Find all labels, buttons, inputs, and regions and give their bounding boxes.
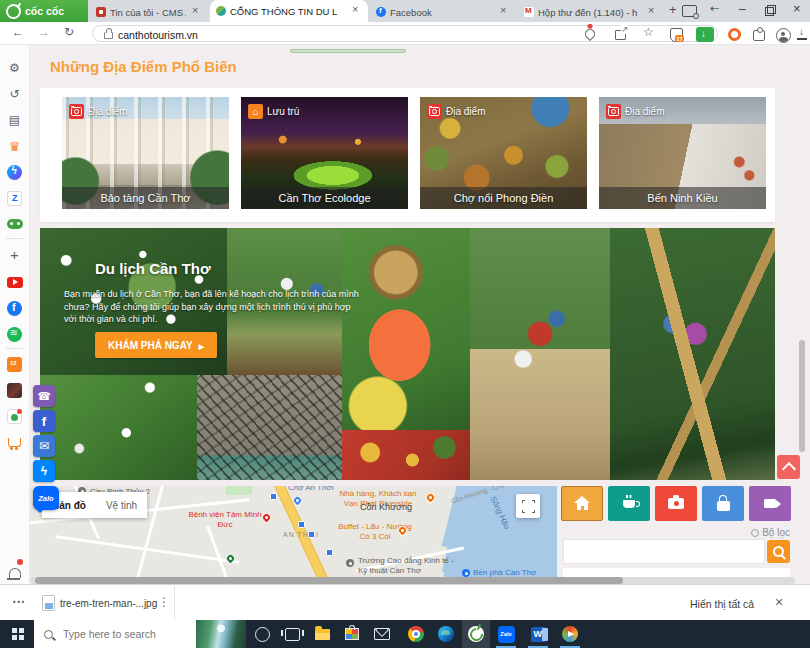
google-map[interactable]: Cầu Bình Thủy 2 Chợ An Thới Nhà hàng, Kh… — [30, 486, 557, 577]
sidebar-messenger[interactable] — [0, 161, 29, 183]
category-food-button[interactable] — [608, 486, 650, 521]
cortana-button[interactable] — [248, 620, 276, 648]
new-tab-button[interactable] — [666, 3, 682, 19]
tab-facebook[interactable]: Facebook — [370, 2, 516, 22]
profile-icon[interactable] — [776, 28, 791, 43]
sidebar-games[interactable] — [0, 213, 29, 235]
messenger-chat-icon[interactable] — [33, 460, 55, 482]
restaurant-pin-icon[interactable] — [424, 491, 437, 504]
chrome-button[interactable] — [402, 620, 430, 648]
edge-button[interactable] — [432, 620, 460, 648]
sidebar-vip[interactable] — [0, 135, 29, 157]
taskbar-search-input[interactable] — [61, 627, 196, 641]
map-label[interactable]: Trường Cao đẳng Kinh tế - Kỹ thuật Cần T… — [358, 556, 460, 575]
downloads-tray-icon[interactable] — [797, 27, 808, 40]
reload-icon[interactable] — [64, 25, 74, 39]
viber-icon[interactable] — [33, 385, 55, 407]
tab-close-icon[interactable] — [190, 6, 202, 18]
minimize-button[interactable] — [734, 1, 752, 19]
facebook-share-icon[interactable] — [33, 410, 55, 432]
sidebar-shop-app[interactable] — [0, 431, 29, 453]
file-menu-icon[interactable] — [158, 595, 170, 609]
file-explorer-button[interactable] — [308, 620, 336, 648]
zalo-chat-button[interactable]: Zalo — [33, 486, 59, 510]
tab-cms-admin[interactable]: Tin của tôi - CMS Admin — [90, 2, 208, 22]
url-text[interactable]: canthotourism.vn — [118, 29, 198, 41]
card-cho-noi-phong-dien[interactable]: Địa điểm Chợ nổi Phong Điền — [420, 97, 587, 209]
school-poi-icon[interactable] — [346, 559, 354, 567]
sidebar-photos-app[interactable] — [0, 379, 29, 401]
bus-stop-icon[interactable] — [326, 549, 333, 556]
bus-stop-icon[interactable] — [298, 521, 305, 528]
sidebar-zalo[interactable] — [0, 187, 29, 209]
back-to-top-button[interactable] — [777, 455, 800, 479]
share-icon[interactable] — [615, 30, 626, 40]
media-player-button[interactable] — [556, 620, 584, 648]
tab-close-icon[interactable] — [350, 5, 362, 17]
sidebar-newsfeed[interactable] — [0, 109, 29, 131]
download-bar-close-icon[interactable] — [775, 594, 783, 610]
recent-tabs-icon[interactable] — [710, 2, 719, 15]
vertical-scrollbar[interactable] — [799, 340, 805, 452]
show-all-downloads-link[interactable]: Hiển thị tất cả — [690, 598, 754, 610]
bus-stop-icon[interactable] — [270, 493, 277, 500]
coccoc-rewards-icon[interactable] — [728, 28, 741, 41]
filter-radio[interactable] — [751, 529, 759, 537]
sidebar-spotify[interactable] — [0, 323, 29, 345]
taskbar-search[interactable] — [34, 620, 246, 648]
close-button[interactable] — [789, 1, 807, 19]
site-search-input[interactable] — [563, 539, 765, 564]
card-can-tho-ecolodge[interactable]: Lưu trú Cần Thơ Ecolodge — [241, 97, 408, 209]
map-fullscreen-button[interactable] — [516, 494, 540, 518]
sidebar-overflow-icon[interactable] — [12, 594, 25, 609]
microsoft-store-button[interactable] — [338, 620, 366, 648]
ferry-poi-icon[interactable] — [462, 569, 470, 577]
category-home-button[interactable] — [561, 486, 603, 521]
tab-tourism-portal[interactable]: CỔNG THÔNG TIN DU L — [210, 0, 368, 22]
bus-stop-icon[interactable] — [308, 531, 315, 538]
sidebar-settings[interactable] — [0, 57, 29, 79]
sidebar-history[interactable] — [0, 83, 29, 105]
downloaded-file-name[interactable]: tre-em-tren-man-...jpg — [60, 598, 157, 609]
map-type-satellite-button[interactable]: Vệ tinh — [96, 492, 147, 518]
filter-label[interactable]: Bộ lọc — [762, 527, 790, 538]
card-bao-tang-can-tho[interactable]: Địa điểm Bảo tàng Cần Thơ — [62, 97, 229, 209]
map-label[interactable]: Bệnh viện Tâm Minh Đức — [188, 510, 262, 529]
tab-close-icon[interactable] — [646, 6, 658, 18]
category-sights-button[interactable] — [655, 486, 697, 521]
forward-icon[interactable] — [38, 25, 50, 39]
tab-close-icon[interactable] — [498, 6, 510, 18]
mail-button[interactable] — [368, 620, 396, 648]
map-label[interactable]: Bến phà Cần Thơ — [473, 568, 536, 577]
horizontal-scrollbar-thumb[interactable] — [35, 577, 623, 584]
hospital-pin-icon[interactable] — [260, 511, 273, 524]
restore-button[interactable] — [760, 1, 778, 19]
sidebar-youtube[interactable] — [0, 271, 29, 293]
search-highlight-image[interactable] — [196, 620, 246, 648]
sidebar-facebook[interactable] — [0, 297, 29, 319]
card-ben-ninh-kieu[interactable]: Địa điểm Bến Ninh Kiều — [599, 97, 766, 209]
task-view-button[interactable] — [278, 620, 306, 648]
sidebar-add-shortcut[interactable] — [0, 243, 29, 265]
coccoc-brand[interactable]: cốc cốc — [0, 0, 88, 22]
bookmark-star-icon[interactable] — [643, 25, 654, 39]
download-helper-icon[interactable] — [696, 27, 714, 42]
extensions-icon[interactable] — [753, 30, 765, 41]
screen-capture-icon[interactable] — [682, 5, 697, 17]
zalo-taskbar-button[interactable]: Zalo — [492, 620, 520, 648]
map-label[interactable]: Chợ An Thới — [288, 486, 333, 493]
sidebar-sale-app[interactable] — [0, 353, 29, 375]
email-icon[interactable] — [33, 435, 55, 457]
category-entertainment-button[interactable] — [749, 486, 791, 521]
word-taskbar-button[interactable] — [524, 620, 552, 648]
explore-now-button[interactable]: KHÁM PHÁ NGAY — [95, 332, 217, 358]
category-shopping-button[interactable] — [702, 486, 744, 521]
site-search-button[interactable] — [767, 540, 790, 563]
back-icon[interactable] — [12, 25, 24, 39]
coccoc-taskbar-button[interactable] — [462, 620, 490, 648]
sidebar-notify-app[interactable] — [0, 405, 29, 427]
sidebar-notifications[interactable] — [0, 562, 29, 584]
tab-gmail-inbox[interactable]: Hộp thư đến (1.140) - h — [518, 2, 664, 22]
start-button[interactable] — [4, 620, 32, 648]
map-label[interactable]: Cồn Khương — [360, 503, 412, 513]
